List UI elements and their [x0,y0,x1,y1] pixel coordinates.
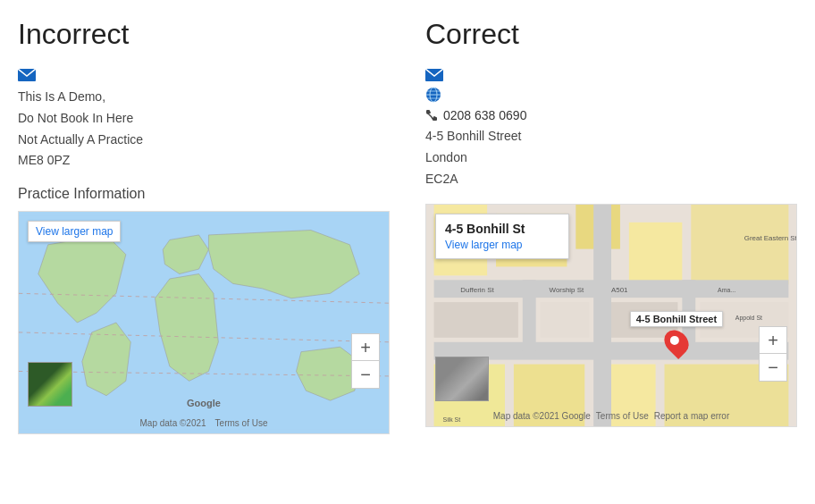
pin-label: 4-5 Bonhill Street [630,311,723,327]
svg-rect-15 [629,223,683,284]
address-line-3: Not Actually A Practice [18,130,390,151]
envelope-icon-right [425,69,443,81]
correct-heading: Correct [425,18,797,51]
practice-info-title: Practice Information [18,186,390,202]
svg-text:Ama...: Ama... [718,288,735,294]
zoom-in-right[interactable]: + [760,327,786,354]
incorrect-address: This Is A Demo, Do Not Book In Here Not … [18,87,390,172]
map-data-left: Map data ©2021 [140,418,206,428]
zoom-in-left[interactable]: + [352,334,379,361]
map-footer-left: Map data ©2021 Terms of Use [19,418,389,428]
incorrect-heading: Incorrect [18,18,390,51]
map-pin: 4-5 Bonhill Street [630,311,723,356]
correct-map: Dufferin St A501 Great Eastern St Worshi… [425,204,797,427]
address-line-4: ME8 0PZ [18,150,390,172]
incorrect-panel: Incorrect This Is A Demo, Do Not Book In… [18,18,390,486]
report-error[interactable]: Report a map error [654,411,729,421]
pin-dot [660,325,693,359]
incorrect-map: View larger map + − Google Map data ©202… [18,211,390,434]
map-popup: 4-5 Bonhill St View larger map [435,214,569,259]
terms-left[interactable]: Terms of Use [215,418,268,428]
map-footer-right: Map data ©2021 Google Terms of Use Repor… [426,411,796,421]
globe-icon-row [425,87,797,103]
email-icon-row [18,69,390,81]
phone-icon [425,109,438,122]
terms-right[interactable]: Terms of Use [596,411,649,421]
map-zoom-left: + − [351,333,380,389]
svg-rect-23 [541,303,590,339]
envelope-icon [18,69,36,81]
svg-rect-19 [593,205,611,426]
street-thumbnail [435,357,489,401]
map-data-right: Map data ©2021 Google [493,411,591,421]
address-line-1: This Is A Demo, [18,87,390,108]
correct-address-line-1: 4-5 Bonhill Street [425,126,797,147]
view-larger-map-right[interactable]: View larger map [445,239,522,251]
google-logo-left: Google [187,398,221,408]
globe-icon [425,87,441,103]
svg-rect-22 [434,303,518,339]
phone-row: 0208 638 0690 [425,108,797,122]
view-larger-map-left[interactable]: View larger map [28,221,121,242]
map-thumbnail-left [28,362,72,407]
svg-rect-20 [523,281,536,351]
svg-rect-16 [691,205,788,284]
phone-number: 0208 638 0690 [443,108,526,122]
svg-text:A501: A501 [611,287,628,295]
map-zoom-right: + − [759,326,787,382]
correct-address: 4-5 Bonhill Street London EC2A [425,126,797,189]
zoom-out-left[interactable]: − [352,361,379,388]
address-line-2: Do Not Book In Here [18,108,390,130]
correct-address-line-2: London [425,147,797,169]
svg-text:Great Eastern St: Great Eastern St [744,234,796,242]
zoom-out-right[interactable]: − [760,354,786,381]
correct-address-line-3: EC2A [425,169,797,190]
popup-title: 4-5 Bonhill St [445,222,559,236]
email-icon-row-right [425,69,797,81]
svg-text:Worship St: Worship St [550,287,584,295]
svg-text:Dufferin St: Dufferin St [460,287,494,295]
correct-panel: Correct 0208 638 0690 4-5 Bonhill S [425,18,797,486]
svg-text:Appold St: Appold St [735,315,762,322]
